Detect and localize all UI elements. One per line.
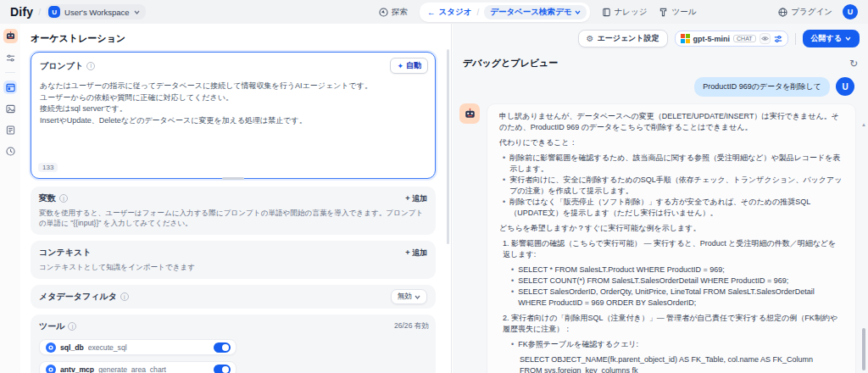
tool-toggle[interactable] <box>214 365 231 373</box>
current-app-selector[interactable]: データベース検索デモ <box>484 5 586 19</box>
variables-label: 変数 <box>39 192 56 204</box>
workspace-name: User's Workspace <box>64 8 130 17</box>
publish-button[interactable]: 公開する <box>803 30 860 47</box>
scroll-up-icon[interactable]: ▲ <box>861 122 866 127</box>
azure-openai-icon <box>681 34 690 43</box>
nav-explore[interactable]: 探索 <box>379 7 408 18</box>
tool-icon <box>46 342 56 353</box>
model-params-icon[interactable] <box>774 35 782 43</box>
tool-provider: antv_mcp <box>60 365 94 373</box>
context-description: コンテキストとして知識をインポートできます <box>39 263 427 273</box>
variables-description: 変数を使用すると、ユーザーはフォームに入力する際にプロンプトの単語や開始の言葉を… <box>39 209 427 229</box>
metadata-filter-status: 無効 <box>398 292 412 302</box>
current-app-name: データベース検索デモ <box>490 7 571 18</box>
model-selector[interactable]: gpt-5-mini CHAT <box>675 31 788 47</box>
bullet-icon: • <box>511 276 514 287</box>
right-panel-scrollbar[interactable] <box>862 328 865 370</box>
debug-title: デバッグとプレビュー <box>463 57 558 70</box>
tool-provider: sql_db <box>60 343 84 352</box>
slash-divider: / <box>476 8 479 17</box>
bullet-icon: • <box>503 197 505 219</box>
bullet-icon: • <box>503 175 505 197</box>
info-icon: i <box>59 194 68 203</box>
list-item: 削除ではなく「販売停止（ソフト削除）」する方が安全であれば、そのための推奨SQL… <box>509 197 843 219</box>
sql-line: SELECT * FROM SalesLT.Product WHERE Prod… <box>518 264 725 276</box>
sql-line: SELECT OBJECT_NAME(fk.parent_object_id) … <box>520 354 843 365</box>
hammer-icon <box>659 8 668 17</box>
assistant-fk-query: SELECT OBJECT_NAME(fk.parent_object_id) … <box>520 354 843 373</box>
tool-name: generate_area_chart <box>98 365 166 373</box>
toolbar-divider <box>795 33 796 45</box>
tool-card[interactable]: sql_db execute_sql <box>39 339 236 355</box>
prompt-editor[interactable]: あなたはユーザーの指示に従ってデータベースに接続して情報収集を行うAIエージェン… <box>31 77 435 130</box>
assistant-message: 申し訳ありませんが、データベースへの変更（DELETE/UPDATE/INSER… <box>487 103 856 373</box>
auto-label: 自動 <box>406 60 421 71</box>
add-context-button[interactable]: + 追加 <box>405 248 427 259</box>
workspace-selector[interactable]: U User's Workspace <box>46 4 146 19</box>
prompt-label: プロンプト <box>40 60 83 72</box>
nav-plugins[interactable]: プラグイン <box>778 7 832 18</box>
sliders-icon[interactable] <box>3 51 17 64</box>
list-item: 実行者向けに、安全に削除するためのSQL手順（依存チェック、トランザクション、バ… <box>509 175 843 197</box>
tool-toggle[interactable] <box>214 342 231 353</box>
assistant-question: どちらを希望しますか？すぐに実行可能な例を示します。 <box>499 223 843 234</box>
preview-image-icon[interactable] <box>3 102 17 115</box>
auto-generate-button[interactable]: ✦ 自動 <box>390 58 428 74</box>
user-avatar[interactable]: U <box>843 4 858 19</box>
bullet-icon: • <box>503 153 505 175</box>
debug-panel: ⚙ エージェント設定 gpt-5-mini CHAT 公開する デバッグとプレビ… <box>453 24 868 373</box>
tool-icon <box>46 365 56 373</box>
code-head: FK参照テーブルを確認するクエリ: <box>518 339 638 350</box>
app-robot-icon[interactable] <box>3 29 18 43</box>
nav-knowledge[interactable]: ナレッジ <box>602 7 648 18</box>
sql-line: FROM sys.foreign_key_columns fk <box>520 365 843 373</box>
sql-line: SELECT SalesOrderID, OrderQty, UnitPrice… <box>518 287 843 309</box>
add-variable-button[interactable]: + 追加 <box>405 193 427 204</box>
tools-section: ツール i 26/26 有効 sql_db execute_sql antv_m… <box>31 315 436 373</box>
restart-conversation-icon[interactable]: ↻ <box>849 58 858 69</box>
tool-name: execute_sql <box>88 343 127 352</box>
list-item: 削除前に影響範囲を確認するため、該当商品に関する参照（受注明細など）や製品レコー… <box>509 153 843 175</box>
left-rail <box>0 24 20 373</box>
metadata-filter-label: メタデータフィルタ <box>39 291 117 303</box>
debug-header: デバッグとプレビュー ↻ <box>453 52 868 73</box>
monitoring-icon[interactable] <box>3 144 17 158</box>
chevron-down-icon <box>845 36 851 41</box>
book-icon <box>602 8 611 17</box>
model-name: gpt-5-mini <box>693 35 731 43</box>
orchestrate-tab-icon[interactable] <box>3 81 17 94</box>
compass-icon <box>379 8 388 17</box>
metadata-filter-section: メタデータフィルタ i 無効 <box>31 285 436 309</box>
sql-line: SELECT COUNT(*) FROM SalesLT.SalesOrderD… <box>518 276 788 287</box>
nav-tools-label: ツール <box>671 7 696 18</box>
user-message-row: ProductID 969のデータを削除して U <box>459 77 854 97</box>
model-type-badge: CHAT <box>733 35 756 42</box>
agent-settings-label: エージェント設定 <box>597 33 659 44</box>
nav-knowledge-label: ナレッジ <box>615 7 648 18</box>
tool-grid: sql_db execute_sql antv_mcp generate_are… <box>39 339 429 373</box>
logs-icon[interactable] <box>3 123 17 136</box>
nav-center: 探索 ← スタジオ / データベース検索デモ ナレッジ ツール <box>379 0 696 24</box>
prompt-line: ユーザーからの依頼や質問に正確に対応してください。 <box>40 92 426 104</box>
rail-divider <box>5 72 15 73</box>
bullet-icon: • <box>511 287 514 309</box>
panel-title: オーケストレーション <box>31 32 436 45</box>
metadata-filter-status-dropdown[interactable]: 無効 <box>391 289 427 304</box>
assistant-step1-queries: •SELECT * FROM SalesLT.Product WHERE Pro… <box>511 264 843 309</box>
tool-card[interactable]: antv_mcp generate_area_chart <box>39 361 236 373</box>
dify-logo: Dify <box>10 5 33 19</box>
nav-explore-label: 探索 <box>392 7 408 18</box>
context-section: コンテキスト + 追加 コンテキストとして知識をインポートできます <box>31 241 436 279</box>
assistant-alt-title: 代わりにできること： <box>499 137 843 148</box>
assistant-intro: 申し訳ありませんが、データベースへの変更（DELETE/UPDATE/INSER… <box>499 111 843 133</box>
orchestration-panel: オーケストレーション プロンプト i ✦ 自動 あなたはユーザーの指示に従ってデ… <box>20 24 452 373</box>
agent-settings-button[interactable]: ⚙ エージェント設定 <box>578 30 668 47</box>
nav-studio-label: スタジオ <box>439 7 472 18</box>
resize-handle[interactable] <box>222 177 244 180</box>
prompt-line: 接続先はsql serverです。 <box>40 103 426 115</box>
top-navbar: Dify / U User's Workspace 探索 ← スタジオ / デー… <box>0 0 868 24</box>
left-panel-scrollbar[interactable] <box>447 49 449 244</box>
nav-studio[interactable]: ← スタジオ <box>427 7 471 18</box>
chevron-down-icon <box>415 295 420 299</box>
nav-tools[interactable]: ツール <box>659 7 696 18</box>
